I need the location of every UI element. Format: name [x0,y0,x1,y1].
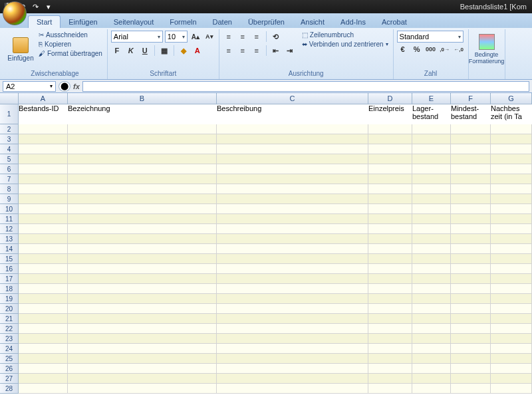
cell[interactable] [451,274,491,284]
cell[interactable] [19,274,68,284]
qat-dropdown-icon[interactable]: ▾ [43,1,55,12]
cell[interactable] [368,354,412,364]
cell[interactable] [368,324,412,334]
cell[interactable] [368,124,412,134]
cell[interactable] [368,294,412,304]
cell[interactable] [451,134,491,144]
col-header-A[interactable]: A [19,93,68,104]
table-header-cell[interactable]: Bezeichnung [68,104,217,124]
font-name-combo[interactable]: Arial [111,31,163,43]
row-header[interactable]: 3 [0,134,19,144]
cell[interactable] [68,124,217,134]
cell[interactable] [491,134,532,144]
conditional-formatting-button[interactable]: Bedingte Formatierung [472,31,501,68]
cell[interactable] [217,304,368,314]
cell[interactable] [217,194,368,204]
cell[interactable] [68,264,217,274]
row-header[interactable]: 11 [0,214,19,224]
cell[interactable] [19,334,68,344]
cell[interactable] [491,154,532,164]
cell[interactable] [451,314,491,324]
cell[interactable] [217,324,368,334]
cell[interactable] [19,244,68,254]
align-center-icon[interactable]: ≡ [237,45,249,57]
cell[interactable] [412,354,451,364]
cell[interactable] [368,344,412,354]
cell[interactable] [491,264,532,274]
cell[interactable] [491,224,532,234]
cell[interactable] [451,154,491,164]
cell[interactable] [217,374,368,384]
cell[interactable] [68,174,217,184]
fill-color-button[interactable]: ◆ [178,45,190,57]
cell[interactable] [412,254,451,264]
decrease-font-icon[interactable]: A▾ [203,31,215,43]
row-header[interactable]: 14 [0,244,19,254]
cell[interactable] [19,194,68,204]
row-header[interactable]: 1 [0,104,19,124]
cell[interactable] [412,274,451,284]
cell[interactable] [412,224,451,234]
tab-ansicht[interactable]: Ansicht [293,16,332,28]
table-header-cell[interactable]: Nachbes zeit (in Ta [491,104,532,124]
cell[interactable] [412,214,451,224]
cell[interactable] [412,384,451,394]
cell[interactable] [68,284,217,294]
formula-input[interactable] [82,81,529,92]
cell[interactable] [451,234,491,244]
table-header-cell[interactable]: Mindest- bestand [451,104,491,124]
select-all-corner[interactable] [0,93,19,104]
cell[interactable] [217,384,368,394]
cell[interactable] [19,364,68,374]
cell[interactable] [412,264,451,274]
cell[interactable] [412,374,451,384]
cell[interactable] [217,264,368,274]
cell[interactable] [368,364,412,374]
col-header-F[interactable]: F [451,93,491,104]
cell[interactable] [217,254,368,264]
tab-seitenlayout[interactable]: Seitenlayout [106,16,162,28]
cell[interactable] [451,184,491,194]
cell[interactable] [412,294,451,304]
cell[interactable] [217,364,368,374]
cell[interactable] [217,144,368,154]
cell[interactable] [368,374,412,384]
cell[interactable] [412,324,451,334]
paste-button[interactable]: Einfügen [6,31,35,68]
cell[interactable] [412,194,451,204]
cell[interactable] [491,334,532,344]
cell[interactable] [368,244,412,254]
col-header-G[interactable]: G [491,93,532,104]
cell[interactable] [491,274,532,284]
cell[interactable] [491,214,532,224]
cell[interactable] [368,304,412,314]
cell[interactable] [412,304,451,314]
cell[interactable] [19,144,68,154]
cell[interactable] [491,124,532,134]
cell[interactable] [217,134,368,144]
cell[interactable] [451,384,491,394]
cell[interactable] [68,274,217,284]
cell[interactable] [491,184,532,194]
cell[interactable] [19,344,68,354]
cell[interactable] [68,354,217,364]
cell[interactable] [217,164,368,174]
row-header[interactable]: 27 [0,374,19,384]
cell[interactable] [491,234,532,244]
cell[interactable] [412,344,451,354]
row-header[interactable]: 5 [0,154,19,164]
currency-icon[interactable]: € [397,43,409,55]
row-header[interactable]: 6 [0,164,19,174]
cell[interactable] [19,254,68,264]
cell[interactable] [451,334,491,344]
tab-formeln[interactable]: Formeln [162,16,204,28]
row-header[interactable]: 25 [0,354,19,364]
cell[interactable] [368,234,412,244]
cell[interactable] [68,364,217,374]
cell[interactable] [19,304,68,314]
cell[interactable] [491,344,532,354]
tab-start[interactable]: Start [28,15,61,28]
cell[interactable] [368,334,412,344]
cell[interactable] [19,164,68,174]
row-header[interactable]: 9 [0,194,19,204]
